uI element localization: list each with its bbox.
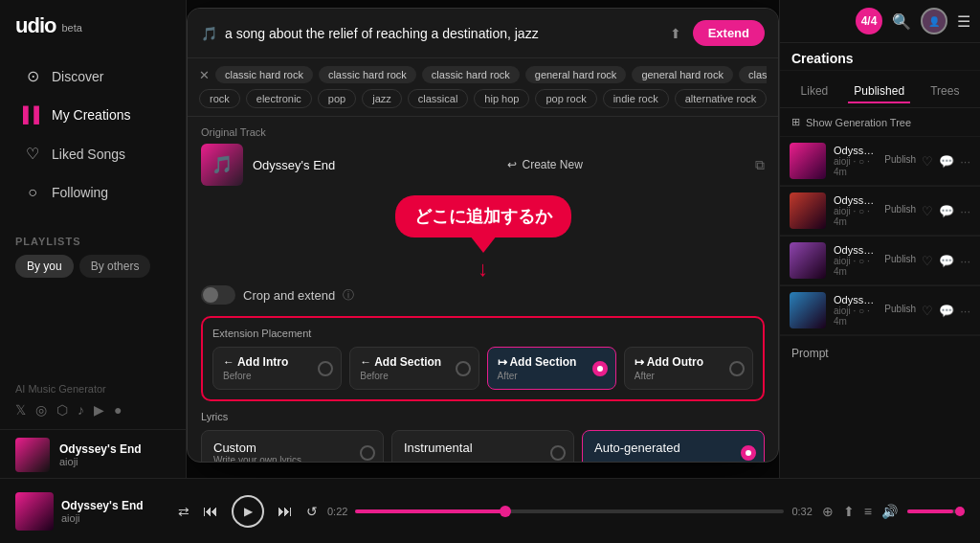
comment-icon[interactable]: 💬 — [939, 204, 954, 218]
tag-item[interactable]: classic hard rock — [319, 66, 416, 83]
spotify-icon[interactable]: ● — [114, 402, 122, 418]
lyrics-autogenerated[interactable]: Auto-generated — [582, 430, 765, 462]
progress-area: 0:22 0:32 — [327, 506, 813, 517]
song-meta: aioji · ○ · 4m — [834, 305, 877, 327]
instagram-icon[interactable]: ◎ — [35, 402, 47, 418]
creations-header: Creations — [780, 43, 980, 71]
volume-icon[interactable]: 🔊 — [881, 504, 898, 519]
player-thumbnail — [15, 492, 54, 531]
create-new-button[interactable]: ↩ Create New — [507, 158, 582, 171]
placement-add-section-before[interactable]: ← Add Section Before — [349, 347, 479, 390]
song-items-list: Odyssey's End aioji · ○ · 4m Publish ♡ 💬… — [780, 137, 980, 478]
youtube-icon[interactable]: ▶ — [94, 402, 104, 418]
placement-add-intro[interactable]: ← Add Intro Before — [212, 347, 342, 390]
prev-icon[interactable]: ⏮ — [203, 503, 218, 520]
like-icon[interactable]: ♡ — [922, 254, 933, 268]
placement-add-outro[interactable]: ↦ Add Outro After — [624, 347, 753, 390]
tiktok-icon[interactable]: ♪ — [78, 402, 84, 418]
player-track-info: Odyssey's End aioji — [61, 499, 144, 524]
tag-item[interactable]: general hard rock — [525, 66, 627, 83]
publish-button[interactable]: Publish — [884, 254, 916, 268]
original-track-label: Original Track — [201, 126, 765, 138]
more-icon[interactable]: ··· — [960, 304, 970, 318]
ai-label: AI Music Generator — [15, 383, 170, 395]
like-icon[interactable]: ♡ — [922, 154, 933, 169]
placement-intro-sub: Before — [223, 371, 331, 381]
volume-bar[interactable] — [907, 509, 965, 513]
shuffle-icon[interactable]: ⇄ — [178, 504, 189, 519]
prompt-area: Prompt — [780, 335, 980, 369]
tag-item[interactable]: general hard rock — [632, 66, 733, 83]
progress-bar[interactable] — [355, 509, 784, 513]
extend-button[interactable]: Extend — [693, 20, 765, 46]
more-icon[interactable]: ··· — [960, 254, 970, 268]
genre-tag-classical[interactable]: classical — [408, 89, 469, 108]
playlist-tab-by-others[interactable]: By others — [79, 255, 151, 278]
show-generation-tree-button[interactable]: ⊞ Show Generation Tree — [780, 108, 980, 137]
genre-tag-rock[interactable]: rock — [199, 89, 240, 108]
tag-item[interactable]: classic hard — [739, 66, 767, 83]
song-thumb — [790, 192, 826, 229]
total-time: 0:32 — [791, 506, 812, 517]
repeat-icon[interactable]: ↺ — [306, 504, 318, 519]
tag-item[interactable]: classic hard rock — [215, 66, 313, 83]
playlists-label: PLAYLISTS — [15, 236, 170, 247]
like-icon[interactable]: ♡ — [922, 204, 933, 218]
lyrics-instrumental-title: Instrumental — [404, 441, 562, 455]
discord-icon[interactable]: ⬡ — [56, 402, 68, 418]
tab-liked[interactable]: Liked — [795, 80, 835, 103]
publish-button[interactable]: Publish — [884, 154, 916, 169]
share-icon[interactable]: ⬆ — [843, 504, 855, 519]
sidebar-item-creations[interactable]: ▌▌ My Creations — [8, 97, 178, 133]
playlist-tab-by-you[interactable]: By you — [15, 255, 74, 278]
comment-icon[interactable]: 💬 — [939, 254, 954, 268]
genre-tag-altrock[interactable]: alternative rock — [675, 89, 767, 108]
upload-icon[interactable]: ⬆ — [670, 26, 681, 41]
annotation-bubble: どこに追加するか — [395, 195, 571, 238]
publish-button[interactable]: Publish — [884, 204, 916, 218]
menu-button[interactable]: ☰ — [957, 12, 970, 31]
search-button-header[interactable]: 🔍 — [892, 12, 911, 31]
tab-trees[interactable]: Trees — [924, 80, 965, 103]
lyrics-instrumental[interactable]: Instrumental — [391, 430, 574, 462]
publish-button[interactable]: Publish — [884, 304, 916, 318]
tag-close-icon[interactable]: ✕ — [199, 68, 210, 82]
sidebar-item-liked[interactable]: ♡ Liked Songs — [8, 135, 178, 172]
next-icon[interactable]: ⏭ — [278, 503, 293, 520]
tag-item[interactable]: classic hard rock — [422, 66, 520, 83]
comment-icon[interactable]: 💬 — [939, 154, 954, 169]
radio-instrumental — [550, 445, 566, 461]
song-item: Odyssey's End aioji · ○ · 4m Publish ♡ 💬… — [780, 237, 980, 285]
genre-tag-jazz[interactable]: jazz — [362, 89, 402, 108]
like-icon[interactable]: ♡ — [922, 304, 933, 318]
sidebar: udio beta ⊙ Discover ▌▌ My Creations ♡ L… — [0, 0, 187, 478]
app-container: udio beta ⊙ Discover ▌▌ My Creations ♡ L… — [0, 0, 980, 543]
placement-outro-sub: After — [635, 371, 743, 381]
genre-tag-indierock[interactable]: indie rock — [603, 89, 669, 108]
twitter-icon[interactable]: 𝕏 — [15, 402, 26, 418]
add-queue-icon[interactable]: ⊕ — [822, 504, 834, 519]
comment-icon[interactable]: 💬 — [939, 304, 954, 318]
genre-tag-hiphop[interactable]: hip hop — [474, 89, 529, 108]
crop-toggle[interactable] — [201, 285, 235, 305]
top-right-icons: 4/4 🔍 👤 ☰ — [780, 0, 980, 43]
playlist-icon[interactable]: ≡ — [864, 504, 872, 519]
prompt-input[interactable] — [225, 26, 662, 41]
genre-tag-pop[interactable]: pop — [318, 89, 356, 108]
sidebar-item-following[interactable]: ○ Following — [8, 174, 178, 211]
genre-tag-electronic[interactable]: electronic — [246, 89, 312, 108]
volume-dot — [955, 507, 965, 516]
social-icons: 𝕏 ◎ ⬡ ♪ ▶ ● — [15, 402, 170, 418]
user-avatar[interactable]: 👤 — [921, 8, 947, 34]
genre-tag-poprock[interactable]: pop rock — [535, 89, 596, 108]
copy-button[interactable]: ⧉ — [755, 157, 765, 173]
info-icon[interactable]: ⓘ — [343, 287, 354, 304]
more-icon[interactable]: ··· — [960, 204, 970, 218]
placement-add-section-after[interactable]: ↦ Add Section After — [487, 347, 616, 390]
tab-published[interactable]: Published — [848, 80, 910, 103]
lyrics-custom[interactable]: Custom Write your own lyrics — [201, 430, 384, 462]
play-button[interactable]: ▶ — [232, 495, 264, 528]
song-thumb — [790, 242, 826, 279]
more-icon[interactable]: ··· — [960, 154, 970, 169]
sidebar-item-discover[interactable]: ⊙ Discover — [8, 57, 178, 95]
